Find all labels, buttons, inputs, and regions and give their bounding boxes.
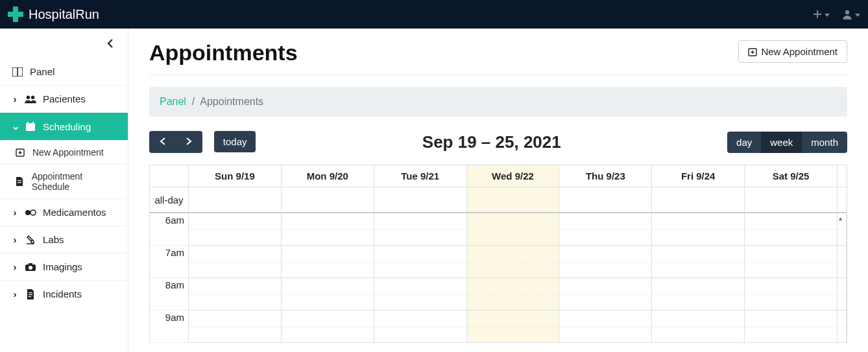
allday-cell[interactable]: [559, 187, 652, 213]
calendar-day-header[interactable]: Sun 9/19: [189, 165, 282, 187]
divider: [149, 75, 847, 75]
brand-name: HospitalRun: [29, 7, 99, 22]
new-appointment-button[interactable]: New Appointment: [738, 40, 847, 63]
calendar-view-day[interactable]: day: [727, 132, 761, 153]
svg-point-3: [27, 95, 30, 99]
time-cell[interactable]: [467, 311, 560, 343]
sidebar-item-imagings[interactable]: › Imagings: [0, 253, 128, 280]
sidebar-sub-appointment-schedule[interactable]: Appointment Schedule: [0, 164, 128, 198]
time-cell[interactable]: [374, 311, 467, 343]
time-cell[interactable]: [282, 278, 374, 311]
patients-icon: [25, 95, 36, 104]
time-cell[interactable]: [652, 278, 745, 311]
calendar-view-month[interactable]: month: [802, 132, 847, 153]
topbar-user-button[interactable]: [841, 8, 860, 20]
sidebar-collapse-button[interactable]: [0, 29, 128, 58]
sidebar: Panel › Pacientes ⌄ Scheduling New Appoi…: [0, 29, 128, 352]
time-cell[interactable]: [745, 278, 838, 311]
allday-cell[interactable]: [467, 187, 560, 213]
svg-point-4: [31, 95, 34, 99]
calendar-day-header[interactable]: Sat 9/25: [745, 165, 838, 187]
dashboard-icon: [12, 67, 23, 76]
calendar-view-week[interactable]: week: [761, 132, 802, 153]
user-icon: [841, 8, 853, 20]
sidebar-item-pacientes[interactable]: › Pacientes: [0, 85, 128, 112]
time-cell[interactable]: [189, 278, 282, 311]
time-cell[interactable]: [467, 246, 560, 278]
pills-icon: [25, 208, 36, 217]
sidebar-item-medicamentos[interactable]: › Medicamentos: [0, 198, 128, 226]
time-cell[interactable]: [559, 213, 652, 246]
time-cell[interactable]: [189, 213, 282, 246]
calendar-today-button[interactable]: today: [214, 131, 256, 152]
calendar-icon: [25, 121, 36, 132]
time-cell[interactable]: [282, 213, 374, 246]
time-cell[interactable]: [745, 311, 838, 343]
sidebar-sub-label: New Appointment: [32, 147, 104, 158]
calendar-day-header[interactable]: Fri 9/24: [652, 165, 745, 187]
time-cell[interactable]: [559, 311, 652, 343]
calendar-day-header[interactable]: Tue 9/21: [374, 165, 467, 187]
breadcrumb: Panel / Appointments: [149, 87, 847, 117]
breadcrumb-current: Appointments: [200, 96, 263, 107]
calendar-header-row: Sun 9/19 Mon 9/20 Tue 9/21 Wed 9/22 Thu …: [150, 165, 847, 187]
allday-cell[interactable]: [652, 187, 745, 213]
calendar-plus-icon: [14, 148, 26, 157]
time-cell[interactable]: [467, 213, 560, 246]
allday-cell[interactable]: [282, 187, 374, 213]
calendar-scroll-gutter[interactable]: [838, 311, 847, 343]
sidebar-item-scheduling[interactable]: ⌄ Scheduling: [0, 112, 128, 140]
calendar-day-header[interactable]: Thu 9/23: [559, 165, 652, 187]
calendar-plus-icon: [748, 47, 757, 56]
chevron-left-icon: [160, 137, 165, 145]
calendar-next-button[interactable]: [176, 131, 202, 153]
svg-point-13: [30, 210, 36, 215]
time-cell[interactable]: [559, 278, 652, 311]
file-lines-icon: [25, 289, 36, 299]
time-cell[interactable]: [467, 278, 560, 311]
calendar-body[interactable]: ▴ 6am 7am: [150, 213, 847, 343]
chevron-right-icon: [186, 137, 192, 145]
time-cell[interactable]: [282, 311, 374, 343]
svg-rect-11: [18, 182, 21, 183]
time-cell[interactable]: [282, 246, 374, 278]
calendar-prev-button[interactable]: [149, 131, 176, 153]
sidebar-item-label: Scheduling: [43, 121, 91, 132]
topbar-add-button[interactable]: [812, 9, 830, 19]
main-content: Appointments New Appointment Panel / App…: [128, 29, 868, 352]
chevron-left-icon: [107, 39, 114, 48]
time-cell[interactable]: [652, 246, 745, 278]
brand[interactable]: HospitalRun: [8, 6, 99, 22]
sidebar-item-label: Pacientes: [43, 93, 86, 104]
svg-rect-8: [32, 122, 34, 124]
calendar-view-group: day week month: [727, 132, 847, 153]
time-cell[interactable]: [374, 278, 467, 311]
calendar-scroll-gutter[interactable]: [838, 246, 847, 278]
time-cell[interactable]: [745, 213, 838, 246]
time-cell[interactable]: [374, 246, 467, 278]
time-cell[interactable]: [652, 213, 745, 246]
calendar-day-header[interactable]: Wed 9/22: [467, 165, 560, 187]
calendar-scroll-gutter[interactable]: [838, 278, 847, 311]
sidebar-item-labs[interactable]: › Labs: [0, 226, 128, 253]
time-cell[interactable]: [559, 246, 652, 278]
time-cell[interactable]: [189, 246, 282, 278]
sidebar-item-incidents[interactable]: › Incidents: [0, 280, 128, 307]
time-cell[interactable]: [189, 311, 282, 343]
time-cell[interactable]: [745, 246, 838, 278]
sidebar-sub-new-appointment[interactable]: New Appointment: [0, 140, 128, 164]
time-cell[interactable]: [652, 311, 745, 343]
allday-cell[interactable]: [374, 187, 467, 213]
caret-down-icon: [825, 14, 830, 17]
calendar-day-header[interactable]: Mon 9/20: [282, 165, 374, 187]
chevron-right-icon: ›: [12, 234, 18, 245]
sidebar-item-panel[interactable]: Panel: [0, 58, 128, 85]
allday-cell[interactable]: [745, 187, 838, 213]
time-cell[interactable]: [374, 213, 467, 246]
chevron-right-icon: ›: [12, 93, 18, 104]
allday-cell[interactable]: [189, 187, 282, 213]
svg-point-16: [29, 266, 32, 270]
calendar-grid: Sun 9/19 Mon 9/20 Tue 9/21 Wed 9/22 Thu …: [149, 165, 847, 343]
calendar-scroll-gutter[interactable]: [838, 213, 847, 246]
breadcrumb-root[interactable]: Panel: [160, 96, 186, 107]
